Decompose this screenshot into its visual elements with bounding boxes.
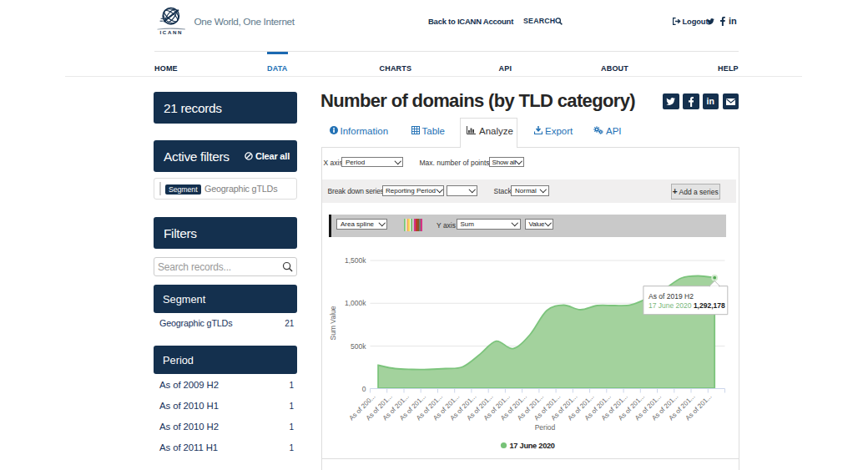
- svg-text:17 June 2020: 17 June 2020: [509, 442, 554, 450]
- svg-text:1,500k: 1,500k: [344, 256, 366, 265]
- svg-text:17 June 2020 1,292,178: 17 June 2020 1,292,178: [648, 301, 725, 310]
- svg-text:500k: 500k: [351, 342, 366, 351]
- svg-text:Period: Period: [534, 423, 555, 432]
- svg-text:1,000k: 1,000k: [344, 299, 366, 307]
- svg-text:As of 2019 H2: As of 2019 H2: [648, 292, 694, 301]
- svg-text:0: 0: [361, 385, 366, 393]
- svg-text:ICANN: ICANN: [160, 29, 184, 35]
- svg-text:Sum Value: Sum Value: [328, 306, 336, 340]
